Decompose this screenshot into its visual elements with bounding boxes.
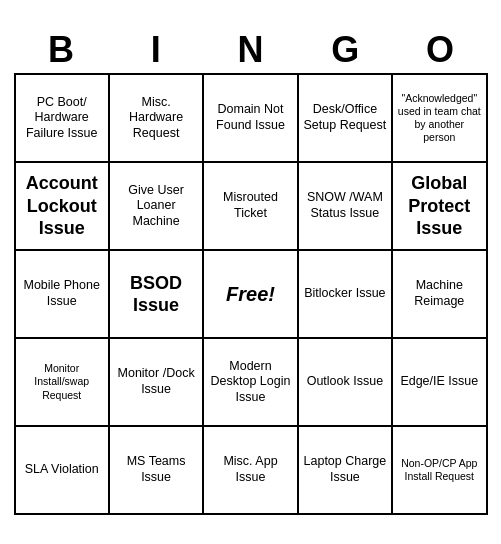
bingo-cell-15: Monitor Install/swap Request	[16, 339, 110, 427]
bingo-letter-o: O	[395, 29, 485, 71]
bingo-cell-8: SNOW /WAM Status Issue	[299, 163, 393, 251]
bingo-cell-17: Modern Desktop Login Issue	[204, 339, 298, 427]
bingo-cell-22: Misc. App Issue	[204, 427, 298, 515]
bingo-cell-10: Mobile Phone Issue	[16, 251, 110, 339]
bingo-letter-i: I	[111, 29, 201, 71]
bingo-cell-16: Monitor /Dock Issue	[110, 339, 204, 427]
bingo-cell-11: BSOD Issue	[110, 251, 204, 339]
bingo-cell-4: "Acknowledged" used in team chat by anot…	[393, 75, 487, 163]
bingo-cell-21: MS Teams Issue	[110, 427, 204, 515]
bingo-cell-20: SLA Violation	[16, 427, 110, 515]
bingo-letter-g: G	[300, 29, 390, 71]
bingo-cell-3: Desk/Office Setup Request	[299, 75, 393, 163]
bingo-header: BINGO	[14, 29, 488, 71]
bingo-cell-6: Give User Loaner Machine	[110, 163, 204, 251]
bingo-letter-n: N	[205, 29, 295, 71]
bingo-cell-5: Account Lockout Issue	[16, 163, 110, 251]
bingo-cell-19: Edge/IE Issue	[393, 339, 487, 427]
bingo-cell-1: Misc. Hardware Request	[110, 75, 204, 163]
bingo-cell-12: Free!	[204, 251, 298, 339]
bingo-cell-0: PC Boot/ Hardware Failure Issue	[16, 75, 110, 163]
bingo-letter-b: B	[16, 29, 106, 71]
bingo-cell-13: Bitlocker Issue	[299, 251, 393, 339]
bingo-cell-14: Machine Reimage	[393, 251, 487, 339]
bingo-cell-7: Misrouted Ticket	[204, 163, 298, 251]
bingo-card: BINGO PC Boot/ Hardware Failure IssueMis…	[6, 21, 496, 523]
bingo-cell-2: Domain Not Found Issue	[204, 75, 298, 163]
bingo-cell-23: Laptop Charge Issue	[299, 427, 393, 515]
bingo-cell-18: Outlook Issue	[299, 339, 393, 427]
bingo-cell-9: Global Protect Issue	[393, 163, 487, 251]
bingo-cell-24: Non-OP/CP App Install Request	[393, 427, 487, 515]
bingo-grid: PC Boot/ Hardware Failure IssueMisc. Har…	[14, 73, 488, 515]
